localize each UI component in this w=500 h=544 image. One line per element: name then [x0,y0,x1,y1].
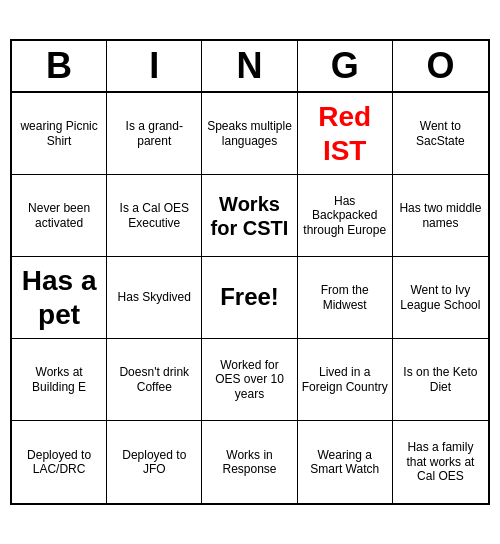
bingo-cell-12: Free! [202,257,297,339]
bingo-cell-3: Red IST [298,93,393,175]
bingo-cell-24: Has a family that works at Cal OES [393,421,488,503]
bingo-cell-17: Worked for OES over 10 years [202,339,297,421]
bingo-cell-23: Wearing a Smart Watch [298,421,393,503]
bingo-cell-1: Is a grand-parent [107,93,202,175]
bingo-cell-21: Deployed to JFO [107,421,202,503]
bingo-card: BINGO wearing Picnic ShirtIs a grand-par… [10,39,490,505]
bingo-cell-4: Went to SacState [393,93,488,175]
bingo-letter-o: O [393,41,488,91]
bingo-cell-9: Has two middle names [393,175,488,257]
bingo-cell-22: Works in Response [202,421,297,503]
bingo-letter-g: G [298,41,393,91]
bingo-cell-8: Has Backpacked through Europe [298,175,393,257]
bingo-cell-16: Doesn't drink Coffee [107,339,202,421]
bingo-cell-14: Went to Ivy League School [393,257,488,339]
bingo-cell-10: Has a pet [12,257,107,339]
bingo-cell-13: From the Midwest [298,257,393,339]
bingo-letter-b: B [12,41,107,91]
bingo-grid: wearing Picnic ShirtIs a grand-parentSpe… [12,93,488,503]
bingo-cell-18: Lived in a Foreign Country [298,339,393,421]
bingo-cell-2: Speaks multiple languages [202,93,297,175]
bingo-cell-7: Works for CSTI [202,175,297,257]
bingo-letter-n: N [202,41,297,91]
bingo-cell-6: Is a Cal OES Executive [107,175,202,257]
bingo-cell-5: Never been activated [12,175,107,257]
bingo-cell-15: Works at Building E [12,339,107,421]
bingo-cell-20: Deployed to LAC/DRC [12,421,107,503]
bingo-letter-i: I [107,41,202,91]
bingo-cell-19: Is on the Keto Diet [393,339,488,421]
bingo-header: BINGO [12,41,488,93]
bingo-cell-11: Has Skydived [107,257,202,339]
bingo-cell-0: wearing Picnic Shirt [12,93,107,175]
